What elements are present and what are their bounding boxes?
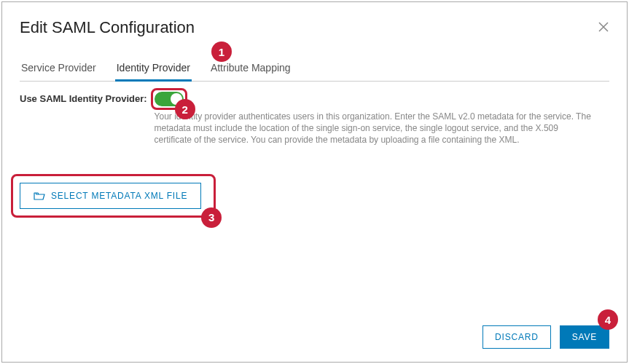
tab-identity-provider[interactable]: Identity Provider — [115, 58, 192, 82]
discard-button[interactable]: DISCARD — [483, 325, 551, 349]
modal-footer: DISCARD SAVE 4 — [20, 315, 609, 349]
edit-saml-modal: Edit SAML Configuration Service Provider… — [1, 1, 628, 363]
toggle-label: Use SAML Identity Provider: — [20, 92, 147, 104]
callout-badge-1: 1 — [211, 41, 232, 62]
modal-header: Edit SAML Configuration — [20, 18, 609, 37]
select-metadata-file-button[interactable]: SELECT METADATA XML FILE — [20, 183, 201, 209]
idp-help-text: Your identity provider authenticates use… — [155, 111, 592, 146]
callout-badge-3: 3 — [201, 207, 222, 228]
modal-title: Edit SAML Configuration — [20, 18, 195, 37]
save-button[interactable]: SAVE — [560, 325, 609, 349]
tab-bar: Service Provider Identity Provider Attri… — [20, 58, 609, 82]
select-file-label: SELECT METADATA XML FILE — [51, 191, 187, 201]
callout-badge-2: 2 — [175, 99, 195, 119]
close-button[interactable] — [598, 20, 609, 35]
callout-badge-4: 4 — [598, 309, 618, 330]
folder-open-icon — [34, 191, 45, 201]
close-icon — [598, 20, 609, 36]
tab-service-provider[interactable]: Service Provider — [20, 58, 98, 81]
tab-content: Use SAML Identity Provider: 2 Your ident… — [20, 82, 609, 315]
toggle-row: Use SAML Identity Provider: 2 Your ident… — [20, 92, 609, 146]
